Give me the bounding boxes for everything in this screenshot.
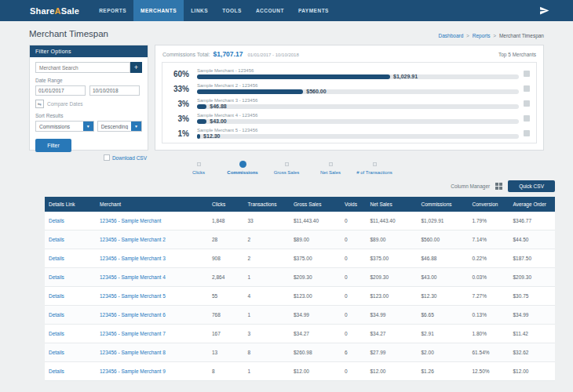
column-header-gross-sales[interactable]: Gross Sales <box>290 197 341 212</box>
filter-button[interactable]: Filter <box>35 139 71 152</box>
bar-value-label: $1,029.91 <box>390 74 418 79</box>
details-link[interactable]: Details <box>49 368 64 374</box>
carousel-item-of-transactions[interactable]: # of Transactions <box>352 160 396 176</box>
merchant-link[interactable]: 123456 - Sample Merchant 9 <box>100 368 166 374</box>
details-cell: Details <box>45 268 96 287</box>
column-manager-label[interactable]: Column Manager <box>451 183 490 189</box>
chart-date-range: 01/01/2017 - 10/10/2018 <box>247 53 298 57</box>
sort-field-select[interactable]: Commissions ▼ <box>35 121 94 132</box>
bar-detail-icon[interactable] <box>524 115 530 122</box>
bar-detail-icon[interactable] <box>524 100 530 107</box>
carousel-dot-icon <box>197 162 201 166</box>
details-link[interactable]: Details <box>49 218 64 223</box>
sort-field-value: Commissions <box>36 124 83 129</box>
carousel-item-commissions[interactable]: Commissions <box>221 160 265 176</box>
column-header-commissions[interactable]: Commissions <box>418 197 469 212</box>
column-manager-icon[interactable] <box>495 183 502 190</box>
sort-direction-select[interactable]: Descending ▼ <box>97 121 142 132</box>
details-link[interactable]: Details <box>49 237 64 242</box>
breadcrumb-current: Merchant Timespan <box>499 33 544 38</box>
column-header-clicks[interactable]: Clicks <box>208 197 244 212</box>
table-header-row: Details LinkMerchantClicksTransactionsGr… <box>45 197 555 212</box>
nav-item-account[interactable]: ACCOUNT <box>249 0 291 21</box>
table-row: Details123456 - Sample Merchant 2282$89.… <box>45 230 555 249</box>
merchant-cell: 123456 - Sample Merchant 6 <box>96 306 208 325</box>
carousel-dot-icon <box>329 162 333 166</box>
clicks-cell: 8 <box>208 362 244 381</box>
bar-value-label: $12.30 <box>200 133 220 139</box>
bar-detail-icon[interactable] <box>524 71 530 77</box>
merchant-link[interactable]: 123456 - Sample Merchant <box>100 218 161 223</box>
carousel-dot-wrap <box>308 160 352 168</box>
carousel-dot-icon <box>239 161 246 168</box>
commissions-chart-panel: Commissions Total: $1,707.17 01/01/2017 … <box>155 45 544 151</box>
column-header-average-order[interactable]: Average Order <box>509 197 556 212</box>
details-link[interactable]: Details <box>49 293 64 299</box>
column-header-transactions[interactable]: Transactions <box>244 197 290 212</box>
bar-fill <box>197 89 303 94</box>
nav-item-tools[interactable]: TOOLS <box>215 0 249 21</box>
merchant-link[interactable]: 123456 - Sample Merchant 4 <box>100 274 166 280</box>
details-cell: Details <box>45 212 96 230</box>
date-to-input[interactable] <box>89 85 140 96</box>
add-merchant-button[interactable]: + <box>130 62 142 73</box>
transactions-cell: 2 <box>244 249 290 268</box>
details-link[interactable]: Details <box>49 331 64 336</box>
details-link[interactable]: Details <box>49 274 64 280</box>
brand-text-2: Sale <box>61 6 79 16</box>
conversion-cell: 1.80% <box>469 325 509 343</box>
column-header-net-sales[interactable]: Net Sales <box>367 197 418 212</box>
brand-logo[interactable]: ShareASale <box>30 6 79 16</box>
column-header-details-link[interactable]: Details Link <box>45 197 96 212</box>
bar-percent-label: 3% <box>169 114 197 123</box>
date-from-input[interactable] <box>35 85 86 96</box>
column-header-merchant[interactable]: Merchant <box>96 197 208 212</box>
bar-percent-label: 1% <box>169 129 197 138</box>
bar-detail-icon[interactable] <box>524 130 530 136</box>
details-link[interactable]: Details <box>49 350 64 355</box>
commissions-total-value: $1,707.17 <box>214 50 243 58</box>
voids-cell: 0 <box>341 230 367 249</box>
bar-track: $560.00 <box>197 89 519 94</box>
details-cell: Details <box>45 325 96 343</box>
merchant-link[interactable]: 123456 - Sample Merchant 8 <box>100 350 166 355</box>
details-link[interactable]: Details <box>49 256 64 261</box>
column-header-voids[interactable]: Voids <box>341 197 367 212</box>
breadcrumb-dashboard[interactable]: Dashboard <box>438 33 463 38</box>
breadcrumb-reports[interactable]: Reports <box>473 33 491 38</box>
bar-value-label: $43.00 <box>206 118 226 124</box>
filter-options-panel: Filter Options + Date Range ⇆ Compare Da… <box>29 45 148 151</box>
merchant-link[interactable]: 123456 - Sample Merchant 3 <box>100 256 166 261</box>
nav-item-reports[interactable]: REPORTS <box>92 0 133 21</box>
nav-item-payments[interactable]: PAYMENTS <box>291 0 336 21</box>
bar-merchant-label: Sample Merchant 2 - 123456 <box>197 83 519 88</box>
download-csv-checkbox[interactable] <box>104 154 110 161</box>
nav-item-links[interactable]: LINKS <box>184 0 215 21</box>
sort-direction-value: Descending <box>98 124 131 129</box>
brand-accent: A <box>55 6 61 16</box>
net-cell: $89.00 <box>367 230 418 249</box>
download-csv-label[interactable]: Download CSV <box>112 155 147 161</box>
net-cell: $34.27 <box>367 325 418 343</box>
carousel-item-net-sales[interactable]: Net Sales <box>308 160 352 176</box>
carousel-item-gross-sales[interactable]: Gross Sales <box>265 160 308 176</box>
breadcrumb-separator: > <box>493 33 496 38</box>
merchant-link[interactable]: 123456 - Sample Merchant 7 <box>100 331 166 336</box>
compare-dates-checkbox[interactable]: ⇆ <box>35 100 44 108</box>
merchant-link[interactable]: 123456 - Sample Merchant 5 <box>100 293 166 299</box>
merchant-link[interactable]: 123456 - Sample Merchant 6 <box>100 312 166 318</box>
carousel-item-clicks[interactable]: Clicks <box>177 160 221 176</box>
details-link[interactable]: Details <box>49 312 64 318</box>
merchant-cell: 123456 - Sample Merchant 5 <box>96 287 208 306</box>
merchant-search-input[interactable] <box>35 62 130 73</box>
send-icon[interactable] <box>539 5 549 16</box>
gross-cell: $34.27 <box>290 325 341 343</box>
merchant-link[interactable]: 123456 - Sample Merchant 2 <box>100 237 166 242</box>
column-header-conversion[interactable]: Conversion <box>469 197 509 212</box>
bar-detail-icon[interactable] <box>524 85 530 92</box>
transactions-cell: 1 <box>244 306 290 325</box>
nav-item-merchants[interactable]: MERCHANTS <box>133 0 184 21</box>
quick-csv-button[interactable]: Quick CSV <box>508 180 555 192</box>
commissions-cell: $2.91 <box>418 325 469 343</box>
avg-cell: $32.62 <box>509 343 556 362</box>
